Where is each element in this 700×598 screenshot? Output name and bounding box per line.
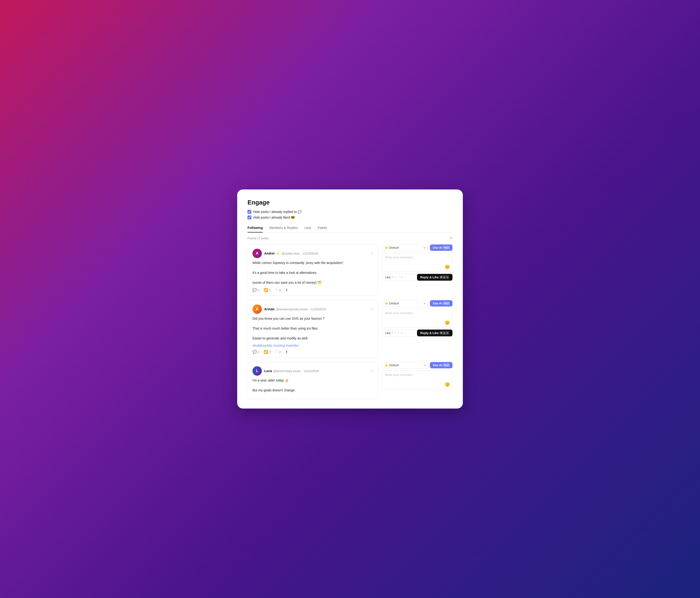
external-link-icon-3[interactable]: ↗ [371, 369, 373, 373]
like-button-2[interactable]: Like ⌘ + ↑ + ·· [382, 329, 415, 337]
emoji-button-3[interactable]: 🙂 [445, 382, 450, 387]
hide-replied-checkbox[interactable] [248, 210, 251, 214]
retweet-action-2[interactable]: 🔁 0 [264, 350, 271, 354]
author-line-2: Arman @armannaj.bsky.social · 12/23/2024 [264, 307, 368, 311]
retweet-action-1[interactable]: 🔁 1 [264, 288, 271, 292]
reply-like-label-1: Reply & Like [420, 275, 439, 279]
post-card-1: A Andrei ⚡ @andrei.blue · 12/23/2024 ↗ W… [248, 244, 378, 296]
post-meta-2: Arman @armannaj.bsky.social · 12/23/2024 [264, 307, 368, 311]
avatar-3: L [252, 366, 262, 376]
found-count: Found 17 posts [248, 236, 269, 240]
hide-liked-checkbox[interactable] [248, 216, 251, 219]
post-date-3: · 12/22/2024 [302, 369, 319, 373]
post-body-1: While Lemon Squeezy is constantly „busy … [252, 260, 373, 285]
author-handle-3: @ikoichi.bsky.social [273, 369, 301, 373]
tab-mentions[interactable]: Mentions & Replies [269, 224, 298, 232]
use-ai-kbd-2: ⌘+J [443, 302, 450, 305]
use-ai-button-3[interactable]: Use AI ⌘+J [430, 362, 452, 368]
post-actions-1: 💬 1 🔁 1 ♡ 2 ⬆ [252, 288, 373, 292]
post-date-2: · 12/23/2024 [309, 307, 326, 311]
retweet-icon-2: 🔁 [264, 350, 268, 354]
emoji-button-2[interactable]: 🙂 [445, 320, 450, 325]
found-label-row: Found 17 posts ↻ [248, 236, 452, 241]
comment-card-2: ⭐ Default Use AI ⌘+J Write your comment.… [382, 300, 452, 337]
external-link-icon-2[interactable]: ↗ [371, 307, 373, 311]
avatar-2: A [252, 304, 262, 314]
tab-following[interactable]: Following [248, 224, 263, 232]
tabs-bar: Following Mentions & Replies Lists Feeds [248, 224, 452, 233]
external-link-icon-1[interactable]: ↗ [371, 251, 373, 255]
reply-like-button-1[interactable]: Reply & Like ⌘ + ↑ [417, 274, 452, 281]
retweet-count-2: 0 [269, 350, 271, 354]
comment-textarea-wrapper-2[interactable]: Write your comment... 🙂 [382, 309, 452, 327]
tab-feeds[interactable]: Feeds [318, 224, 327, 232]
emoji-button-1[interactable]: 🙂 [445, 265, 450, 270]
comment-action-1[interactable]: 💬 1 [252, 288, 259, 292]
author-handle-1: @andrei.blue [281, 252, 300, 255]
post-meta-3: Luca @ikoichi.bsky.social · 12/22/2024 [264, 369, 368, 373]
template-select-3[interactable]: ⭐ Default [382, 362, 428, 369]
use-ai-label-2: Use AI [433, 302, 442, 305]
comment-count-1: 1 [258, 289, 259, 292]
like-btn-label-1: Like [385, 275, 391, 279]
use-ai-button-1[interactable]: Use AI ⌘+J [430, 245, 452, 251]
comment-icon-2: 💬 [252, 350, 257, 354]
avatar-1: A [252, 249, 262, 258]
hide-replied-label: Hide posts I already replied to 💬 [253, 210, 302, 214]
author-handle-2: @armannaj.bsky.social [276, 307, 307, 311]
like-btn-label-2: Like [385, 331, 391, 335]
post-hashtags-2[interactable]: #buildinpublic #coding #webdev [252, 344, 373, 347]
like-kbd-2: ⌘ + ↑ + ·· [392, 331, 407, 334]
author-line-1: Andrei ⚡ @andrei.blue · 12/23/2024 [264, 251, 368, 255]
post-header-2: A Arman @armannaj.bsky.social · 12/23/20… [252, 304, 373, 314]
comment-placeholder-3: Write your comment... [385, 373, 449, 377]
hide-liked-row: Hide posts I already liked 😎 [248, 216, 452, 219]
like-action-2[interactable]: ♡ 2 [275, 350, 281, 354]
post-body-2: Did you know you can use SVG as your fav… [252, 316, 373, 341]
template-select-1[interactable]: ⭐ Default [382, 244, 428, 251]
reply-like-kbd-2: ⌘ + ↑ [440, 331, 449, 335]
like-kbd-1: ⌘ + ↑ + ·· [392, 276, 407, 279]
comment-textarea-wrapper-1[interactable]: Write your comment... 🙂 [382, 253, 452, 272]
reply-like-button-2[interactable]: Reply & Like ⌘ + ↑ [417, 329, 452, 337]
comment-card-3: ⭐ Default Use AI ⌘+J Write your comment.… [382, 362, 452, 389]
post-row: A Andrei ⚡ @andrei.blue · 12/23/2024 ↗ W… [248, 244, 452, 296]
share-action-1[interactable]: ⬆ [285, 288, 288, 292]
post-body-3: I'm a year older today 🎂 But my goals do… [252, 378, 373, 393]
post-row-3: L Luca @ikoichi.bsky.social · 12/22/2024… [248, 362, 452, 399]
like-count-2: 2 [279, 350, 281, 354]
comment-count-2: 1 [258, 350, 259, 354]
post-card-3: L Luca @ikoichi.bsky.social · 12/22/2024… [248, 362, 378, 399]
use-ai-button-2[interactable]: Use AI ⌘+J [430, 300, 452, 306]
comment-action-2[interactable]: 💬 1 [252, 350, 259, 354]
share-icon-1: ⬆ [285, 288, 288, 292]
refresh-icon[interactable]: ↻ [449, 236, 452, 241]
use-ai-kbd-1: ⌘+J [443, 246, 450, 249]
author-emoji-1: ⚡ [276, 251, 280, 255]
like-action-1[interactable]: ♡ 2 [275, 288, 281, 292]
comment-placeholder-1: Write your comment... [385, 255, 449, 259]
app-card: Engage Hide posts I already replied to 💬… [237, 190, 463, 408]
post-actions-2: 💬 1 🔁 0 ♡ 2 ⬆ [252, 350, 373, 354]
post-row-2: A Arman @armannaj.bsky.social · 12/23/20… [248, 300, 452, 357]
tab-lists[interactable]: Lists [304, 224, 311, 232]
comment-top-row-3: ⭐ Default Use AI ⌘+J [382, 362, 452, 369]
post-meta-1: Andrei ⚡ @andrei.blue · 12/23/2024 [264, 251, 368, 255]
use-ai-label-3: Use AI [433, 364, 442, 367]
like-button-1[interactable]: Like ⌘ + ↑ + ·· [382, 274, 415, 281]
comment-textarea-wrapper-3[interactable]: Write your comment... 🙂 [382, 371, 452, 389]
author-name-1: Andrei [264, 251, 275, 255]
post-date-1: · 12/23/2024 [301, 252, 318, 255]
post-card-2: A Arman @armannaj.bsky.social · 12/23/20… [248, 300, 378, 357]
author-name-2: Arman [264, 307, 275, 311]
use-ai-kbd-3: ⌘+J [443, 364, 450, 367]
post-header-3: L Luca @ikoichi.bsky.social · 12/22/2024… [252, 366, 373, 376]
share-action-2[interactable]: ⬆ [285, 350, 288, 354]
reply-like-kbd-1: ⌘ + ↑ [440, 275, 449, 279]
comment-placeholder-2: Write your comment... [385, 311, 449, 315]
page-title: Engage [248, 199, 452, 206]
comment-top-row-1: ⭐ Default Use AI ⌘+J [382, 244, 452, 251]
author-line-3: Luca @ikoichi.bsky.social · 12/22/2024 [264, 369, 368, 373]
template-select-2[interactable]: ⭐ Default [382, 300, 428, 307]
reply-like-label-2: Reply & Like [420, 331, 439, 335]
